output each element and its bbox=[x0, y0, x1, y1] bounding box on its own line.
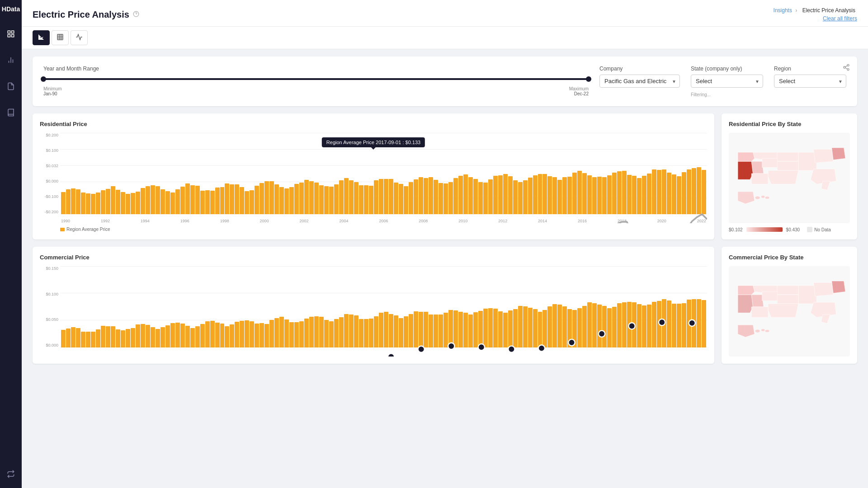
bar-item[interactable] bbox=[101, 190, 105, 214]
sidebar-item-library[interactable] bbox=[4, 106, 18, 121]
bar-item[interactable] bbox=[255, 186, 259, 214]
bar-item[interactable] bbox=[200, 191, 205, 214]
bar-item[interactable] bbox=[240, 187, 244, 214]
commercial-bar-item[interactable] bbox=[250, 321, 254, 347]
commercial-bar-item[interactable] bbox=[429, 314, 433, 347]
bar-item[interactable] bbox=[602, 177, 607, 214]
commercial-bar-item[interactable] bbox=[245, 320, 249, 347]
bar-item[interactable] bbox=[697, 167, 701, 214]
bar-item[interactable] bbox=[617, 171, 622, 214]
commercial-bar-item[interactable] bbox=[632, 302, 637, 347]
bar-item[interactable] bbox=[567, 177, 572, 214]
commercial-bar-item[interactable] bbox=[612, 307, 617, 347]
bar-item[interactable] bbox=[225, 183, 229, 214]
bar-item[interactable] bbox=[279, 187, 284, 214]
range-handle-right[interactable] bbox=[586, 76, 591, 82]
commercial-bar-item[interactable] bbox=[533, 309, 538, 347]
commercial-bar-item[interactable] bbox=[642, 305, 646, 347]
bar-item[interactable] bbox=[354, 182, 359, 214]
bar-item[interactable] bbox=[304, 180, 309, 214]
commercial-bar-item[interactable] bbox=[483, 309, 488, 347]
bar-item[interactable] bbox=[662, 169, 666, 214]
bar-item[interactable] bbox=[498, 175, 503, 214]
bar-item[interactable] bbox=[424, 178, 428, 214]
bar-item[interactable] bbox=[443, 183, 448, 214]
residential-bar-chart[interactable]: Region Average Price 2017-09-01 : $0.133… bbox=[40, 133, 707, 223]
bar-item[interactable] bbox=[379, 179, 383, 214]
commercial-bar-item[interactable] bbox=[66, 328, 71, 347]
bar-item[interactable] bbox=[309, 181, 314, 214]
bar-item[interactable] bbox=[557, 180, 562, 214]
commercial-bar-item[interactable] bbox=[369, 319, 373, 347]
bar-item[interactable] bbox=[582, 173, 587, 214]
bar-item[interactable] bbox=[647, 174, 651, 214]
bar-item[interactable] bbox=[151, 185, 155, 214]
bar-item[interactable] bbox=[121, 192, 125, 214]
clear-filters-button[interactable]: Clear all filters bbox=[823, 15, 857, 22]
bar-item[interactable] bbox=[369, 186, 373, 214]
commercial-bar-item[interactable] bbox=[419, 312, 423, 347]
commercial-bar-item[interactable] bbox=[185, 326, 190, 347]
commercial-bar-item[interactable] bbox=[324, 320, 329, 347]
commercial-bar-item[interactable] bbox=[622, 302, 627, 347]
bar-item[interactable] bbox=[547, 176, 552, 214]
commercial-bar-item[interactable] bbox=[498, 311, 503, 347]
bar-item[interactable] bbox=[657, 170, 661, 214]
bar-item[interactable] bbox=[677, 176, 681, 214]
bar-item[interactable] bbox=[607, 175, 612, 214]
bar-item[interactable] bbox=[141, 188, 145, 214]
commercial-bar-item[interactable] bbox=[463, 313, 468, 347]
commercial-bar-item[interactable] bbox=[329, 321, 334, 347]
bar-item[interactable] bbox=[702, 170, 706, 214]
bar-item[interactable] bbox=[542, 174, 547, 214]
company-select[interactable]: Pacific Gas and Electric bbox=[599, 75, 680, 88]
trend-view-button[interactable] bbox=[71, 30, 88, 45]
bar-item[interactable] bbox=[429, 177, 433, 214]
commercial-bar-item[interactable] bbox=[414, 311, 418, 347]
bar-item[interactable] bbox=[652, 169, 656, 214]
commercial-bar-item[interactable] bbox=[339, 317, 344, 347]
commercial-bar-item[interactable] bbox=[359, 319, 363, 347]
bar-item[interactable] bbox=[439, 183, 443, 214]
bar-item[interactable] bbox=[374, 180, 378, 214]
commercial-bar-item[interactable] bbox=[478, 311, 483, 347]
bar-item[interactable] bbox=[61, 192, 66, 214]
bar-item[interactable] bbox=[96, 192, 100, 214]
bar-item[interactable] bbox=[518, 182, 523, 214]
commercial-bar-item[interactable] bbox=[577, 308, 582, 347]
commercial-bar-item[interactable] bbox=[160, 327, 165, 347]
commercial-bar-item[interactable] bbox=[528, 308, 533, 347]
commercial-bar-item[interactable] bbox=[617, 303, 622, 347]
bar-item[interactable] bbox=[488, 179, 493, 214]
bar-item[interactable] bbox=[692, 168, 696, 214]
bar-item[interactable] bbox=[687, 169, 691, 214]
bar-item[interactable] bbox=[86, 193, 90, 214]
commercial-bar-item[interactable] bbox=[126, 329, 130, 347]
commercial-bar-item[interactable] bbox=[538, 312, 542, 347]
bar-item[interactable] bbox=[146, 186, 150, 214]
commercial-bar-item[interactable] bbox=[508, 310, 513, 347]
commercial-bar-item[interactable] bbox=[602, 306, 607, 347]
bar-item[interactable] bbox=[66, 189, 71, 214]
bar-item[interactable] bbox=[284, 188, 289, 214]
commercial-bar-item[interactable] bbox=[697, 299, 701, 347]
commercial-bar-item[interactable] bbox=[319, 317, 324, 347]
commercial-bar-item[interactable] bbox=[175, 323, 180, 347]
bar-item[interactable] bbox=[339, 180, 344, 214]
commercial-bar-item[interactable] bbox=[702, 300, 706, 347]
bar-item[interactable] bbox=[334, 184, 339, 214]
commercial-bar-item[interactable] bbox=[488, 308, 493, 347]
commercial-bar-item[interactable] bbox=[389, 314, 393, 347]
commercial-bar-item[interactable] bbox=[215, 323, 220, 347]
commercial-bar-item[interactable] bbox=[424, 312, 428, 347]
commercial-bar-item[interactable] bbox=[264, 324, 269, 347]
bar-item[interactable] bbox=[264, 181, 269, 214]
commercial-bar-item[interactable] bbox=[404, 316, 408, 347]
commercial-bar-item[interactable] bbox=[121, 330, 125, 347]
commercial-bar-item[interactable] bbox=[96, 329, 100, 347]
bar-item[interactable] bbox=[622, 171, 627, 214]
bar-item[interactable] bbox=[160, 189, 165, 214]
bar-item[interactable] bbox=[269, 181, 274, 214]
commercial-bar-item[interactable] bbox=[76, 328, 80, 347]
breadcrumb-parent[interactable]: Insights bbox=[774, 7, 792, 14]
